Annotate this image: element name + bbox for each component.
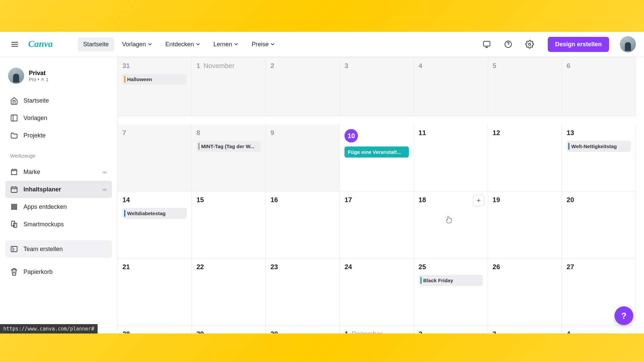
calendar-cell[interactable]: 13Welt-Nettigkeitstag bbox=[562, 124, 636, 191]
day-number: 2 bbox=[270, 62, 335, 70]
day-number: 30 bbox=[270, 330, 335, 334]
calendar-event[interactable]: MINT-Tag (Tag der W... bbox=[197, 141, 261, 152]
day-number: 6 bbox=[567, 62, 631, 70]
day-number: 28 bbox=[122, 330, 187, 334]
help-fab[interactable]: ? bbox=[614, 306, 633, 325]
sidebar-item-label: Marke bbox=[23, 169, 40, 176]
calendar-cell[interactable]: 22 bbox=[192, 258, 266, 325]
calendar-cell[interactable]: 3 bbox=[488, 325, 562, 334]
nav-prices[interactable]: Preise bbox=[246, 38, 280, 51]
calendar-cell[interactable]: 16 bbox=[266, 191, 340, 258]
nav-learn[interactable]: Lernen bbox=[208, 38, 244, 51]
calendar-cell[interactable]: 11 bbox=[414, 124, 488, 191]
calendar-cell[interactable]: 1November bbox=[192, 57, 266, 116]
calendar-cell[interactable]: 30 bbox=[266, 325, 340, 334]
settings-button[interactable] bbox=[522, 37, 537, 52]
calendar-cell[interactable]: 9 bbox=[266, 124, 340, 191]
svg-point-15 bbox=[15, 208, 17, 209]
calendar-event[interactable]: Welt-Nettigkeitstag bbox=[567, 141, 631, 152]
svg-point-10 bbox=[11, 206, 13, 207]
svg-rect-17 bbox=[13, 223, 17, 227]
nav-discover[interactable]: Entdecken bbox=[160, 38, 205, 51]
sidebar-profile[interactable]: Privat Pro • 1 bbox=[5, 65, 112, 90]
sidebar-trash[interactable]: Papierkorb bbox=[5, 263, 112, 281]
calendar-cell[interactable]: 23 bbox=[266, 258, 340, 325]
menu-toggle-button[interactable] bbox=[8, 38, 21, 51]
calendar-cell[interactable]: 15 bbox=[192, 191, 266, 258]
svg-point-14 bbox=[13, 208, 15, 209]
calendar-event[interactable]: Füge eine Veranstalt... bbox=[344, 146, 409, 158]
svg-rect-16 bbox=[11, 221, 15, 226]
calendar-cell[interactable]: 25Black Friday bbox=[414, 258, 488, 325]
decorative-banner-top bbox=[0, 0, 644, 32]
calendar-event[interactable]: Black Friday bbox=[419, 275, 483, 286]
create-design-button[interactable]: Design erstellen bbox=[548, 37, 609, 52]
calendar-cell[interactable]: 26 bbox=[488, 258, 562, 325]
calendar-cell[interactable]: 3 bbox=[340, 57, 414, 116]
nav-label: Lernen bbox=[213, 41, 232, 48]
day-number: 15 bbox=[197, 196, 261, 204]
sidebar-item-templates[interactable]: Vorlagen bbox=[5, 109, 112, 127]
day-number: 26 bbox=[493, 263, 557, 271]
day-number: 1November bbox=[197, 62, 261, 70]
nav-templates[interactable]: Vorlagen bbox=[117, 38, 157, 51]
team-icon bbox=[10, 245, 18, 253]
calendar-event[interactable]: Halloween bbox=[122, 74, 187, 85]
day-number: 4 bbox=[567, 330, 631, 334]
help-button[interactable] bbox=[501, 37, 516, 52]
svg-point-8 bbox=[13, 204, 15, 205]
sidebar-item-planner[interactable]: Inhaltsplaner bbox=[5, 181, 112, 198]
calendar-cell[interactable]: 10Füge eine Veranstalt... bbox=[340, 124, 414, 191]
calendar-cell[interactable]: 5 bbox=[488, 57, 562, 116]
sidebar-item-label: Vorlagen bbox=[23, 115, 47, 122]
user-avatar[interactable] bbox=[620, 36, 636, 52]
calendar-cell[interactable]: 20 bbox=[562, 191, 636, 258]
calendar-cell[interactable]: 14Weltdiabetestag bbox=[118, 191, 192, 258]
calendar-event[interactable]: Weltdiabetestag bbox=[122, 208, 187, 219]
calendar-cell[interactable]: 4 bbox=[414, 57, 488, 116]
apps-icon bbox=[10, 203, 18, 211]
calendar-cell[interactable]: 6 bbox=[562, 57, 636, 116]
calendar-cell[interactable]: 29 bbox=[192, 325, 266, 334]
day-number: 11 bbox=[419, 129, 483, 137]
calendar-cell[interactable]: 1Dezember bbox=[340, 325, 414, 334]
calendar-cell[interactable]: 2 bbox=[266, 57, 340, 116]
brand-icon bbox=[10, 168, 18, 176]
sidebar-item-smartmockups[interactable]: Smartmockups bbox=[5, 216, 112, 233]
calendar-cell[interactable]: 17 bbox=[340, 191, 414, 258]
sidebar-item-label: Startseite bbox=[23, 97, 49, 104]
calendar-cell[interactable]: 31Halloween bbox=[118, 57, 192, 116]
svg-point-9 bbox=[15, 204, 17, 205]
sidebar-item-label: Smartmockups bbox=[23, 221, 64, 228]
calendar: 31Halloween1November2345678MINT-Tag (Tag… bbox=[117, 57, 644, 334]
calendar-cell[interactable]: 12 bbox=[488, 124, 562, 191]
calendar-cell[interactable]: 28 bbox=[118, 325, 192, 334]
day-number: 24 bbox=[344, 263, 409, 271]
calendar-cell[interactable]: 18 bbox=[414, 191, 488, 258]
sidebar-item-apps[interactable]: Apps entdecken bbox=[5, 198, 112, 216]
add-event-button[interactable] bbox=[473, 195, 484, 206]
day-number: 31 bbox=[122, 62, 187, 70]
topbar: Canva StartseiteVorlagenEntdeckenLernenP… bbox=[0, 32, 644, 57]
canva-logo[interactable]: Canva bbox=[28, 38, 65, 50]
folder-icon bbox=[10, 131, 18, 139]
sidebar-item-projects[interactable]: Projekte bbox=[5, 127, 112, 144]
day-number: 7 bbox=[122, 129, 187, 137]
calendar-cell[interactable]: 4 bbox=[562, 325, 636, 334]
nav-home[interactable]: Startseite bbox=[78, 38, 114, 51]
calendar-cell[interactable]: 24 bbox=[340, 258, 414, 325]
calendar-cell[interactable]: 8MINT-Tag (Tag der W... bbox=[192, 124, 266, 191]
calendar-cell[interactable]: 19 bbox=[488, 191, 562, 258]
month-label: November bbox=[204, 62, 234, 69]
svg-point-12 bbox=[15, 206, 17, 207]
day-number: 21 bbox=[122, 263, 187, 271]
calendar-cell[interactable]: 7 bbox=[118, 124, 192, 191]
calendar-cell[interactable]: 2 bbox=[414, 325, 488, 334]
day-number: 2 bbox=[419, 330, 483, 334]
sidebar-item-brand[interactable]: Marke bbox=[5, 163, 112, 181]
sidebar-create-team[interactable]: Team erstellen bbox=[5, 240, 112, 258]
trash-icon bbox=[10, 268, 18, 276]
calendar-cell[interactable]: 21 bbox=[118, 258, 192, 325]
desktop-app-button[interactable] bbox=[479, 37, 494, 52]
sidebar-item-home[interactable]: Startseite bbox=[5, 92, 112, 109]
